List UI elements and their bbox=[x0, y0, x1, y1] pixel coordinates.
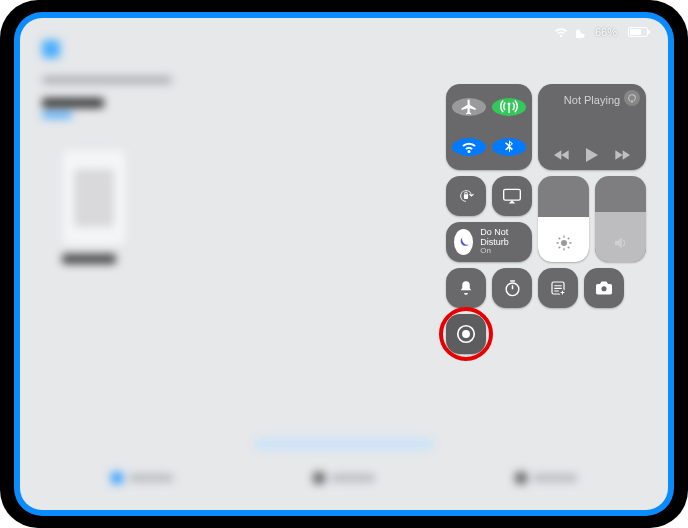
svg-point-11 bbox=[506, 282, 519, 295]
camera-button[interactable] bbox=[584, 268, 624, 308]
antenna-icon bbox=[500, 98, 518, 116]
wifi-status-icon bbox=[554, 27, 568, 38]
timer-button[interactable] bbox=[492, 268, 532, 308]
svg-rect-0 bbox=[464, 194, 468, 199]
volume-slider[interactable] bbox=[595, 176, 646, 262]
svg-rect-1 bbox=[504, 189, 521, 200]
airplane-icon bbox=[460, 98, 478, 116]
bell-icon bbox=[457, 279, 475, 297]
timer-icon bbox=[503, 279, 522, 298]
orientation-lock-toggle[interactable] bbox=[446, 176, 486, 216]
screen: 66% bbox=[20, 18, 668, 510]
cellular-data-toggle[interactable] bbox=[492, 98, 526, 116]
dnd-status-icon bbox=[576, 27, 587, 38]
svg-point-2 bbox=[561, 240, 567, 246]
brightness-icon bbox=[555, 234, 573, 252]
dnd-title-label: Do Not Disturb bbox=[480, 228, 524, 247]
moon-icon bbox=[454, 229, 473, 255]
dnd-subtitle-label: On bbox=[480, 247, 524, 255]
battery-percentage-label: 66% bbox=[595, 26, 617, 38]
silent-mode-toggle[interactable] bbox=[446, 268, 486, 308]
volume-icon bbox=[612, 234, 630, 252]
screen-record-button[interactable] bbox=[446, 314, 486, 354]
brightness-slider[interactable] bbox=[538, 176, 589, 262]
screen-mirroring-icon bbox=[502, 187, 522, 205]
tablet-inner-frame: 66% bbox=[14, 12, 674, 516]
orientation-lock-icon bbox=[456, 186, 476, 206]
record-icon bbox=[455, 323, 477, 345]
next-track-icon[interactable] bbox=[614, 149, 630, 161]
svg-line-8 bbox=[567, 247, 569, 249]
control-center: Not Playing bbox=[446, 84, 646, 354]
media-status-label: Not Playing bbox=[564, 94, 620, 106]
note-icon bbox=[549, 279, 567, 297]
battery-icon bbox=[625, 27, 648, 37]
svg-line-9 bbox=[567, 238, 569, 240]
svg-point-19 bbox=[601, 286, 606, 291]
notes-quick-button[interactable] bbox=[538, 268, 578, 308]
svg-point-21 bbox=[462, 330, 470, 338]
screen-mirroring-button[interactable] bbox=[492, 176, 532, 216]
bluetooth-toggle[interactable] bbox=[492, 138, 526, 156]
airplane-mode-toggle[interactable] bbox=[452, 98, 486, 116]
connectivity-group bbox=[446, 84, 532, 170]
camera-icon bbox=[594, 280, 614, 296]
play-icon[interactable] bbox=[586, 148, 598, 162]
bluetooth-icon bbox=[501, 138, 517, 156]
airplay-icon[interactable] bbox=[624, 90, 640, 106]
do-not-disturb-toggle[interactable]: Do Not Disturb On bbox=[446, 222, 532, 262]
svg-line-10 bbox=[558, 247, 560, 249]
status-bar: 66% bbox=[554, 26, 648, 38]
wifi-icon bbox=[460, 138, 478, 156]
wifi-toggle[interactable] bbox=[452, 138, 486, 156]
svg-line-7 bbox=[558, 238, 560, 240]
previous-track-icon[interactable] bbox=[554, 149, 570, 161]
tablet-frame: 66% bbox=[0, 0, 688, 528]
media-controls-tile[interactable]: Not Playing bbox=[538, 84, 646, 170]
